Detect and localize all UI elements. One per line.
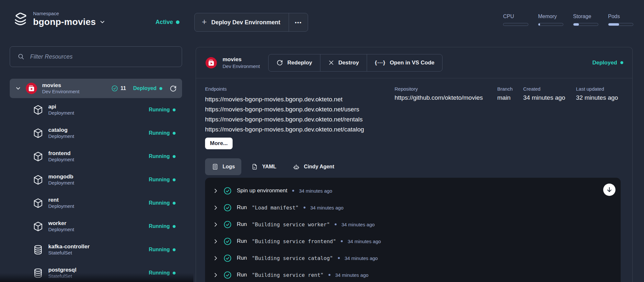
status-label: Deployed: [133, 85, 156, 91]
resource-name: postgresql: [48, 266, 76, 273]
storage-meter: Storage: [573, 14, 598, 26]
created-column: Created 34 minutes ago: [523, 86, 576, 149]
endpoint-link[interactable]: https://movies-bgonp-movies.bgonp.dev.ok…: [205, 114, 395, 124]
cube-icon: [32, 197, 44, 209]
tab-cindy-agent[interactable]: Cindy Agent: [286, 158, 341, 175]
log-entry-time: 34 minutes ago: [341, 222, 375, 227]
filter-resources-input[interactable]: [30, 53, 175, 60]
running-status-badge: Running: [149, 177, 176, 183]
endpoint-link[interactable]: https://movies-bgonp-movies.bgonp.dev.ok…: [205, 94, 395, 104]
status-label: Running: [149, 177, 170, 183]
search-icon: [17, 53, 25, 61]
yaml-file-icon: [251, 163, 258, 170]
destroy-label: Destroy: [339, 60, 359, 66]
destroy-button[interactable]: Destroy: [320, 54, 367, 71]
sidebar-item-kafka-controller[interactable]: kafka-controller StatefulSet Running: [10, 238, 182, 261]
cpu-meter-track: [503, 23, 528, 26]
memory-meter-label: Memory: [538, 14, 563, 19]
pods-meter-fill: [608, 23, 619, 26]
tab-logs[interactable]: Logs: [205, 158, 241, 175]
repository-column: Repository https://github.com/okteto/mov…: [395, 86, 497, 149]
status-dot: [173, 178, 176, 181]
log-entry-title: Spin up environment: [237, 187, 287, 194]
sidebar-item-postgresql[interactable]: postgresql StatefulSet Running: [10, 261, 182, 282]
more-options-button[interactable]: •••: [289, 13, 308, 31]
check-circle-icon: [223, 186, 232, 195]
endpoint-link[interactable]: https://movies-bgonp-movies.bgonp.dev.ok…: [205, 104, 395, 114]
status-dot: [173, 132, 176, 135]
tab-cindy-agent-label: Cindy Agent: [304, 164, 334, 170]
tab-logs-label: Logs: [223, 164, 235, 170]
log-entry[interactable]: Spin up environment 34 minutes ago: [213, 182, 613, 199]
resource-type: Deployment: [48, 227, 74, 233]
log-entry-command: "Building service worker": [252, 221, 330, 228]
robot-icon: [293, 163, 300, 171]
status-dot: [173, 248, 176, 251]
resource-type: Deployment: [48, 180, 74, 186]
redeploy-label: Redeploy: [287, 60, 312, 66]
log-entry[interactable]: Run "Building service catalog" 34 minute…: [213, 250, 613, 266]
last-updated-value: 32 minutes ago: [576, 94, 623, 101]
bullet-dot: [338, 257, 340, 259]
log-entry-title: Run: [237, 255, 247, 261]
chevron-right-icon[interactable]: [213, 222, 218, 227]
resource-type: Deployment: [48, 203, 74, 209]
detail-title: movies: [223, 56, 260, 63]
namespace-selector[interactable]: bgonp-movies: [33, 17, 106, 27]
sidebar-item-catalog[interactable]: catalog Deployment Running: [10, 121, 182, 145]
refresh-icon[interactable]: [169, 85, 177, 92]
log-entry[interactable]: Run "Building service rent" 34 minutes a…: [213, 266, 613, 282]
branch-label: Branch: [497, 86, 523, 92]
tab-yaml[interactable]: YAML: [245, 158, 283, 175]
scroll-to-bottom-button[interactable]: [603, 184, 615, 196]
open-in-vscode-label: Open in VS Code: [390, 60, 434, 66]
status-dot: [176, 20, 179, 24]
chevron-right-icon[interactable]: [213, 239, 218, 244]
resources-sidebar: movies Dev Environment 11 Deployed: [10, 46, 182, 282]
resource-meters: CPU Memory Storage Pods: [503, 14, 633, 26]
log-entry[interactable]: Run "Load manifest" 34 minutes ago: [213, 199, 613, 216]
detail-card-header: movies Dev Environment Redeploy Destroy …: [196, 47, 632, 78]
bullet-dot: [335, 223, 337, 225]
sidebar-item-api[interactable]: api Deployment Running: [10, 98, 182, 121]
chevron-down-icon[interactable]: [15, 85, 21, 92]
repository-value: https://github.com/okteto/movies: [395, 94, 497, 101]
sidebar-item-movies[interactable]: movies Dev Environment 11 Deployed: [10, 79, 182, 98]
namespace-status-badge: Active: [155, 19, 179, 26]
code-braces-icon: {⋯}: [375, 59, 385, 66]
plus-icon: +: [202, 17, 207, 27]
sidebar-item-rent[interactable]: rent Deployment Running: [10, 191, 182, 215]
sidebar-item-frontend[interactable]: frontend Deployment Running: [10, 145, 182, 168]
sidebar-item-worker[interactable]: worker Deployment Running: [10, 215, 182, 238]
log-entry-time: 34 minutes ago: [348, 239, 381, 244]
namespace-status-label: Active: [155, 19, 173, 26]
log-entry[interactable]: Run "Building service frontend" 34 minut…: [213, 233, 613, 250]
chevron-right-icon[interactable]: [213, 255, 218, 261]
more-endpoints-button[interactable]: More...: [205, 138, 233, 149]
check-circle-icon: [223, 254, 232, 263]
cube-icon: [32, 221, 44, 232]
resource-name: rent: [48, 197, 74, 203]
sidebar-item-mongodb[interactable]: mongodb Deployment Running: [10, 168, 182, 191]
resource-name: mongodb: [48, 173, 74, 180]
deploy-button-label: Deploy Dev Environment: [211, 19, 280, 26]
action-button-group: Redeploy Destroy {⋯} Open in VS Code: [268, 54, 443, 72]
open-in-vscode-button[interactable]: {⋯} Open in VS Code: [367, 54, 442, 71]
redeploy-button[interactable]: Redeploy: [269, 54, 320, 71]
status-label: Running: [149, 153, 170, 159]
last-updated-column: Last updated 32 minutes ago: [576, 86, 623, 149]
resource-name: worker: [48, 220, 74, 227]
cpu-meter-label: CPU: [503, 14, 528, 19]
logs-panel: Spin up environment 34 minutes ago Run "…: [205, 178, 621, 282]
chevron-right-icon[interactable]: [213, 188, 218, 194]
status-label: Running: [149, 200, 170, 206]
chevron-right-icon[interactable]: [213, 205, 218, 210]
log-entry[interactable]: Run "Building service worker" 34 minutes…: [213, 216, 613, 233]
check-circle-icon: [111, 85, 118, 92]
resource-count: 11: [121, 85, 126, 91]
deploy-dev-environment-button[interactable]: + Deploy Dev Environment: [195, 13, 289, 31]
dev-environment-detail-card: movies Dev Environment Redeploy Destroy …: [196, 47, 633, 282]
chevron-right-icon[interactable]: [213, 272, 218, 278]
endpoint-link[interactable]: https://movies-bgonp-movies.bgonp.dev.ok…: [205, 124, 395, 134]
tab-yaml-label: YAML: [262, 164, 276, 170]
